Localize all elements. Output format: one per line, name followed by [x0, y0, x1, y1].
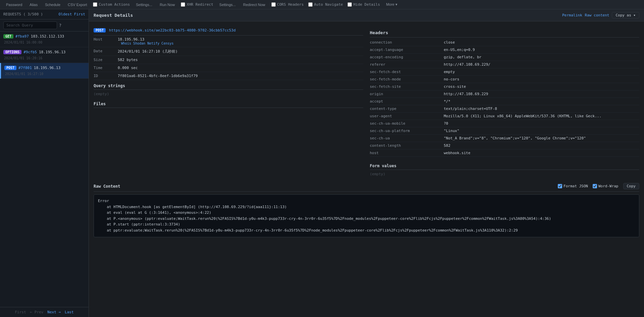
auto-navigate-checkbox[interactable]	[308, 2, 313, 7]
detail-host-row: Host 18.195.96.13 Whois Shodan Netify Ce…	[94, 36, 363, 47]
request-item-get[interactable]: GET #fba97 103.152.112.133 2024/01/01 16…	[0, 31, 89, 47]
header-row: hostwebhook.site	[370, 149, 640, 157]
header-row: originhttp://47.108.69.229	[370, 90, 640, 98]
request-item-post[interactable]: POST #7f801 18.195.96.13 2024/01/01 16:2…	[0, 63, 89, 79]
detail-date-row: Date 2024/01/01 16:27:10 (几秒前)	[94, 47, 363, 56]
word-wrap-label[interactable]: Word-Wrap	[593, 184, 619, 188]
detail-size-label: Size	[94, 58, 114, 62]
netify-link[interactable]: Netify	[147, 42, 159, 45]
right-panel: Request Details Permalink Raw content Co…	[89, 9, 644, 317]
sidebar: REQUESTS (3/500) Oldest First ? GET #fba…	[0, 9, 89, 317]
header-value: */*	[444, 98, 639, 105]
cors-headers-checkbox[interactable]	[271, 2, 276, 7]
custom-actions-checkbox[interactable]	[93, 2, 97, 7]
header-row: sec-fetch-sitecross-site	[370, 83, 640, 90]
detail-host-value: 18.195.96.13 Whois Shodan Netify Censys	[118, 37, 173, 45]
files-title: Files	[94, 98, 363, 108]
tab-run-now[interactable]: Run Now	[156, 1, 178, 8]
format-json-label[interactable]: Format JSON	[558, 184, 588, 188]
header-name: host	[370, 149, 444, 157]
header-name: accept-language	[370, 46, 444, 54]
search-bar: ?	[0, 19, 89, 31]
shodan-link[interactable]: Shodan	[133, 42, 145, 45]
format-json-checkbox[interactable]	[558, 184, 562, 188]
host-tools: Whois Shodan Netify Censys	[121, 42, 173, 45]
next-page-button[interactable]: Next →	[47, 310, 61, 314]
tab-schedule[interactable]: Schedule	[42, 1, 64, 8]
copy-as-button[interactable]: Copy as ▾	[612, 12, 639, 18]
header-value: cross-site	[444, 83, 639, 90]
raw-content-link[interactable]: Raw content	[585, 13, 609, 17]
header-row: sec-fetch-modeno-cors	[370, 76, 640, 83]
details-header: Request Details Permalink Raw content Co…	[89, 9, 644, 21]
tab-password[interactable]: Password	[3, 1, 25, 8]
request-ip-1: 18.195.96.13	[39, 50, 65, 54]
headers-table: connectioncloseaccept-languageen-US,en;q…	[370, 39, 640, 157]
main-content: REQUESTS (3/500) Oldest First ? GET #fba…	[0, 9, 644, 317]
requests-list: GET #fba97 103.152.112.133 2024/01/01 16…	[0, 31, 89, 307]
request-ip-0: 103.152.112.133	[31, 34, 64, 39]
details-actions: Permalink Raw content Copy as ▾	[562, 12, 639, 18]
auto-navigate-checkbox-wrapper: Auto Navigate	[306, 2, 345, 7]
censys-link[interactable]: Censys	[161, 42, 173, 45]
header-value: "Linux"	[444, 127, 639, 135]
header-value: empty	[444, 68, 639, 76]
header-row: content-length582	[370, 142, 640, 149]
hide-details-checkbox[interactable]	[347, 2, 352, 7]
search-input[interactable]	[3, 21, 57, 29]
pagination: First ← Prev Next → Last	[0, 307, 89, 317]
request-id-0: #fba97	[15, 34, 29, 39]
header-value: en-US,en;q=0.9	[444, 46, 639, 54]
word-wrap-checkbox[interactable]	[593, 184, 597, 188]
cors-headers-label: CORS Headers	[277, 2, 304, 7]
method-row: POST #7f801 18.195.96.13	[4, 66, 85, 70]
hide-details-label: Hide Details	[353, 2, 380, 7]
permalink-link[interactable]: Permalink	[562, 13, 582, 17]
first-page-button[interactable]: First	[15, 310, 26, 314]
sidebar-header: REQUESTS (3/500) Oldest First	[0, 9, 89, 19]
tab-redirect-now[interactable]: Redirect Now	[240, 1, 269, 8]
method-badge-get: GET	[3, 34, 13, 39]
tab-settings2[interactable]: Settings...	[216, 1, 239, 8]
tab-settings1[interactable]: Settings...	[132, 1, 156, 8]
custom-actions-checkbox-wrapper: Custom Actions	[91, 2, 132, 7]
prev-page-button[interactable]: ← Prev	[30, 310, 44, 314]
form-values-value: (empty)	[370, 170, 640, 178]
detail-time-value: 0.000 sec	[118, 66, 138, 70]
header-value: 582	[444, 142, 639, 149]
raw-content-title: Raw Content	[94, 184, 120, 189]
header-name: content-length	[370, 142, 444, 149]
header-row: connectionclose	[370, 39, 640, 46]
request-item-options[interactable]: OPTIONS #9cfb5 18.195.96.13 2024/01/01 1…	[0, 47, 89, 63]
header-name: origin	[370, 90, 444, 98]
details-body: POST https://webhook.site/ae22bc03-bb75-…	[89, 21, 644, 317]
header-value: http://47.108.69.229	[444, 90, 639, 98]
last-page-button[interactable]: Last	[65, 310, 74, 314]
method-badge-options: OPTIONS	[3, 50, 21, 54]
header-name: connection	[370, 39, 444, 46]
header-name: sec-fetch-mode	[370, 76, 444, 83]
header-value: gzip, deflate, br	[444, 54, 639, 61]
raw-content-options: Format JSON Word-Wrap Copy	[558, 183, 639, 189]
raw-content-copy-button[interactable]: Copy	[623, 183, 640, 189]
header-name: sec-ch-ua-platform	[370, 127, 444, 135]
tab-alias[interactable]: Alias	[26, 1, 41, 8]
details-title: Request Details	[94, 13, 133, 18]
details-url[interactable]: https://webhook.site/ae22bc03-bb75-4080-…	[109, 28, 236, 33]
sort-order-label[interactable]: Oldest First	[59, 12, 85, 16]
detail-id-label: ID	[94, 74, 114, 78]
header-value: webhook.site	[444, 149, 639, 157]
word-wrap-text: Word-Wrap	[598, 184, 619, 188]
header-row: accept*/*	[370, 98, 640, 105]
tab-csv-export[interactable]: CSV Export	[64, 1, 90, 8]
request-time-1: 2024/01/01 16:20:16	[3, 56, 85, 60]
search-help-icon[interactable]: ?	[59, 23, 61, 28]
tab-more[interactable]: More ▾	[383, 1, 401, 8]
header-name: sec-fetch-dest	[370, 68, 444, 76]
header-row: sec-ch-ua-mobile?0	[370, 120, 640, 127]
xhr-redirect-checkbox-wrapper: XHR Redirect	[179, 2, 215, 7]
xhr-redirect-checkbox[interactable]	[181, 2, 185, 7]
header-name: sec-fetch-site	[370, 83, 444, 90]
header-name: sec-ch-ua-mobile	[370, 120, 444, 127]
whois-link[interactable]: Whois	[121, 42, 131, 45]
